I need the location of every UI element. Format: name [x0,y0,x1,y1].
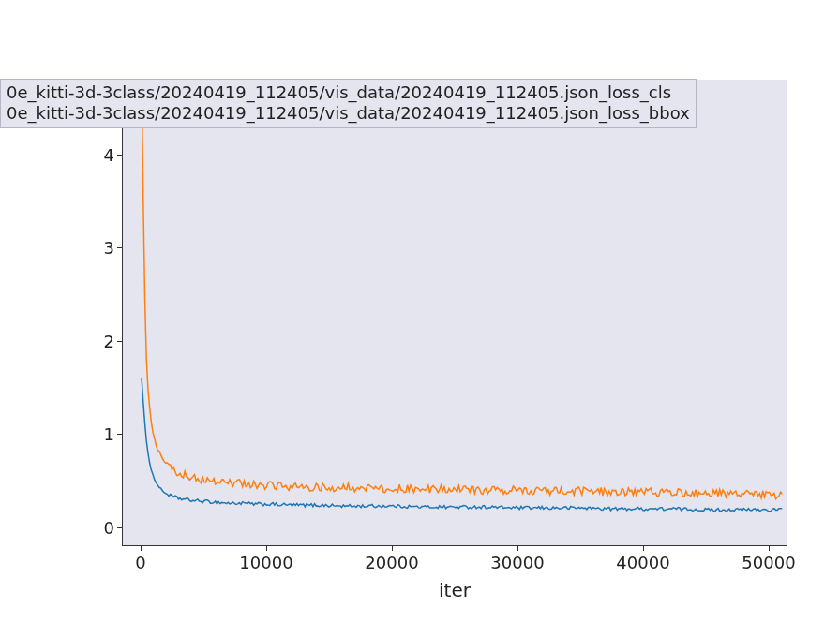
plot-area [122,80,788,546]
ytick-4: 4 [58,145,114,165]
ytick-mark [117,155,122,156]
xtick-mark [769,546,770,551]
xtick-mark [518,546,518,551]
ytick-mark [117,247,122,248]
plot-svg [123,80,788,546]
legend-entry-loss-bbox: 0e_kitti-3d-3class/20240419_112405/vis_d… [7,103,690,124]
ytick-2: 2 [58,332,114,351]
xtick-mark [643,546,644,551]
ytick-mark [117,527,122,528]
xtick-mark [141,546,142,551]
chart-container: 0e_kitti-3d-3class/20240419_112405/vis_d… [0,0,840,623]
ytick-0: 0 [58,518,114,538]
xtick-mark [266,546,267,551]
xtick-20000: 20000 [365,553,418,572]
legend-entry-loss-cls: 0e_kitti-3d-3class/20240419_112405/vis_d… [7,82,690,103]
ytick-mark [117,434,122,435]
ytick-mark [117,341,122,342]
xtick-10000: 10000 [239,553,292,572]
xtick-mark [392,546,393,551]
xtick-0: 0 [135,553,145,572]
series-loss-bbox [142,80,782,499]
ytick-1: 1 [58,424,114,444]
xtick-50000: 50000 [742,553,795,572]
legend: 0e_kitti-3d-3class/20240419_112405/vis_d… [0,79,697,128]
xtick-40000: 40000 [616,553,669,572]
x-axis-label: iter [122,579,788,601]
ytick-3: 3 [58,238,114,258]
xtick-30000: 30000 [490,553,544,572]
